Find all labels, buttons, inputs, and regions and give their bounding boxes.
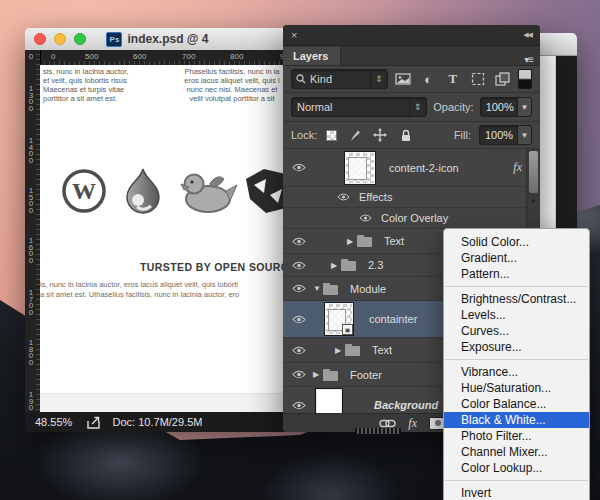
document-title: Ps index.psd @ 4	[25, 32, 290, 47]
canvas-headline: TURSTED BY OPEN SOURCE	[140, 261, 290, 273]
add-layer-style-icon[interactable]: fx	[408, 416, 417, 431]
filter-shape-layers-icon[interactable]	[469, 70, 487, 88]
drupal-logo	[123, 167, 163, 215]
document-canvas[interactable]: sis, nunc in lacinia auctor, et velit, q…	[40, 65, 290, 412]
menu-item-curves[interactable]: Curves...	[444, 323, 589, 339]
scroll-up-icon[interactable]: ▲	[527, 197, 540, 203]
visibility-eye-icon[interactable]	[292, 237, 306, 246]
filter-pixel-layers-icon[interactable]	[395, 70, 413, 88]
canvas-paragraph: is, nunc in lacinia auctor, eros lacus a…	[40, 280, 290, 300]
menu-item-photo-filter[interactable]: Photo Filter...	[444, 428, 589, 444]
panel-resize-grip[interactable]	[355, 428, 401, 434]
panel-menu-icon[interactable]: ▾≡	[524, 54, 540, 65]
filter-smart-objects-icon[interactable]	[493, 70, 511, 88]
opacity-label: Opacity:	[433, 101, 473, 113]
select-arrows-icon: ⇕	[409, 98, 422, 116]
menu-item-levels[interactable]: Levels...	[444, 307, 589, 323]
group-name[interactable]: 2.3	[368, 259, 383, 271]
page-bottom-strip	[40, 393, 290, 412]
document-statusbar: 48.55% Doc: 10.7M/29.5M	[25, 412, 290, 432]
folder-icon	[341, 259, 358, 271]
lock-transparency-icon[interactable]	[325, 126, 337, 144]
group-name[interactable]: Text	[384, 235, 404, 247]
visibility-eye-icon[interactable]	[292, 346, 306, 355]
tab-layers[interactable]: Layers	[283, 47, 341, 65]
horizontal-ruler: 0 500 600 700 800 9	[40, 50, 290, 66]
visibility-eye-icon[interactable]	[359, 214, 372, 222]
panel-tab-bar: Layers ▾≡	[283, 46, 540, 66]
collapse-triangle-icon[interactable]: ▼	[313, 284, 323, 293]
panel-close-icon[interactable]: ×	[291, 30, 297, 40]
menu-item-exposure[interactable]: Exposure...	[444, 339, 589, 355]
chevron-down-icon[interactable]: ▼	[517, 126, 531, 144]
fill-input[interactable]: 100% ▼	[479, 125, 532, 145]
visibility-eye-icon[interactable]	[292, 315, 306, 324]
expand-triangle-icon[interactable]: ▶	[335, 346, 345, 355]
expand-triangle-icon[interactable]: ▶	[331, 261, 341, 270]
document-titlebar[interactable]: Ps index.psd @ 4	[25, 28, 290, 51]
group-name[interactable]: Text	[372, 344, 392, 356]
layer-thumbnail[interactable]: ▣	[325, 303, 353, 335]
folder-icon	[345, 344, 362, 356]
doc-size-indicator[interactable]: Doc: 10.7M/29.5M	[25, 416, 290, 428]
effects-row[interactable]: Effects	[283, 187, 540, 208]
blend-mode-select[interactable]: Normal ⇕	[291, 97, 427, 117]
menu-item-vibrance[interactable]: Vibrance...	[444, 364, 589, 380]
menu-item-color-balance[interactable]: Color Balance...	[444, 396, 589, 412]
expand-triangle-icon[interactable]: ▶	[313, 370, 323, 379]
visibility-eye-icon[interactable]	[292, 163, 306, 172]
layer-row-content-2-icon[interactable]: content-2-icon fx	[283, 149, 540, 187]
layer-name[interactable]: Background	[374, 399, 438, 411]
visibility-eye-icon[interactable]	[292, 401, 306, 410]
filter-type-layers-icon[interactable]: T	[444, 70, 462, 88]
kind-filter-select[interactable]: Kind ⇕	[291, 69, 388, 89]
opacity-input[interactable]: 100% ▼	[480, 97, 532, 117]
folder-icon	[357, 235, 374, 247]
menu-item-black-and-white[interactable]: Black & White...	[444, 412, 589, 428]
document-window: Ps index.psd @ 4 0 500 600 700 800 9 0 1…	[25, 28, 290, 432]
menu-item-channel-mixer[interactable]: Channel Mixer...	[444, 444, 589, 460]
menu-item-pattern[interactable]: Pattern...	[444, 266, 589, 282]
menu-item-gradient[interactable]: Gradient...	[444, 250, 589, 266]
chevron-down-icon[interactable]: ▼	[517, 98, 531, 116]
visibility-eye-icon[interactable]	[292, 284, 306, 293]
effects-label[interactable]: Effects	[359, 191, 392, 203]
canvas-text-column-1: sis, nunc in lacinia auctor, et velit, q…	[43, 67, 169, 103]
group-name[interactable]: Module	[350, 283, 386, 295]
kind-filter-value: Kind	[310, 73, 332, 85]
scrollbar-thumb[interactable]	[529, 151, 538, 193]
collapse-panel-icon[interactable]: ◀◀	[523, 31, 532, 39]
layer-name[interactable]: content-2-icon	[389, 162, 459, 174]
group-name[interactable]: Footer	[350, 369, 382, 381]
wordpress-logo: W	[61, 168, 107, 214]
menu-separator	[445, 286, 588, 287]
lock-position-move-icon[interactable]	[371, 126, 389, 144]
color-overlay-row[interactable]: Color Overlay	[283, 208, 540, 229]
adjustment-layer-menu: Solid Color... Gradient... Pattern... Br…	[443, 228, 590, 500]
filter-adjustment-layers-icon[interactable]: ◐	[419, 70, 437, 88]
layer-thumbnail[interactable]	[345, 152, 375, 184]
filter-row: Kind ⇕ ◐ T	[283, 66, 540, 93]
expand-triangle-icon[interactable]: ▶	[347, 237, 357, 246]
visibility-eye-icon[interactable]	[337, 193, 350, 201]
lock-pixels-brush-icon[interactable]	[345, 126, 363, 144]
search-icon	[296, 74, 306, 84]
menu-separator	[445, 359, 588, 360]
background-window-titlebar[interactable]	[540, 33, 577, 56]
filtering-on-off-toggle[interactable]	[518, 69, 532, 89]
menu-item-brightness-contrast[interactable]: Brightness/Contrast...	[444, 291, 589, 307]
menu-item-color-lookup[interactable]: Color Lookup...	[444, 460, 589, 476]
layer-name[interactable]: containter	[369, 313, 417, 325]
open-folder-icon	[323, 283, 340, 295]
fx-badge[interactable]: fx	[513, 160, 522, 175]
visibility-eye-icon[interactable]	[292, 370, 306, 379]
smart-object-badge-icon: ▣	[342, 324, 353, 335]
panel-header-bar[interactable]: × ◀◀	[283, 25, 540, 46]
logo-row: W	[40, 163, 290, 223]
visibility-eye-icon[interactable]	[292, 261, 306, 270]
color-overlay-label[interactable]: Color Overlay	[381, 212, 448, 224]
lock-all-icon[interactable]	[397, 126, 415, 144]
menu-item-solid-color[interactable]: Solid Color...	[444, 234, 589, 250]
menu-item-hue-saturation[interactable]: Hue/Saturation...	[444, 380, 589, 396]
menu-item-invert[interactable]: Invert	[444, 485, 589, 500]
